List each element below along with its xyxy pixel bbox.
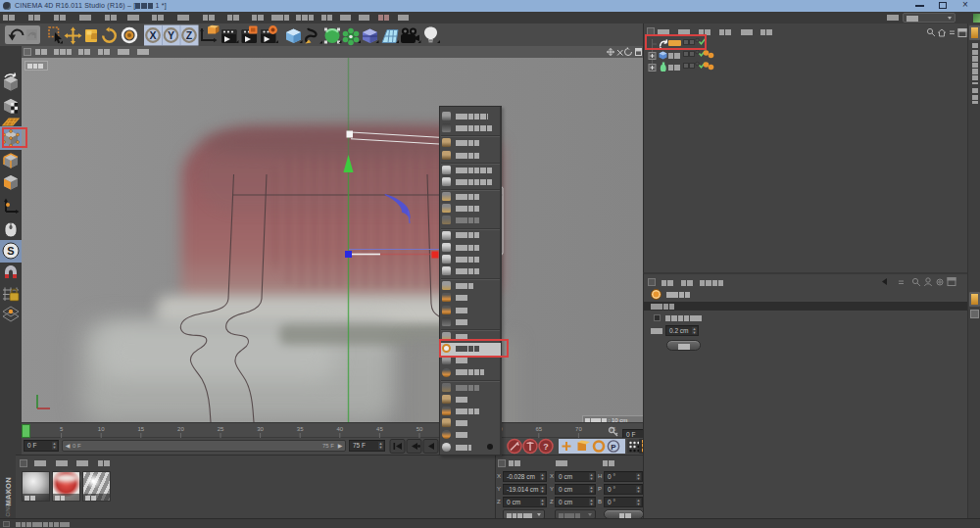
svg-text:Y: Y <box>168 29 174 41</box>
svg-text:S: S <box>7 245 14 257</box>
svg-text:30: 30 <box>257 426 264 432</box>
svg-text:50: 50 <box>416 426 423 432</box>
svg-text:70: 70 <box>575 426 582 432</box>
svg-text:25: 25 <box>218 426 224 432</box>
svg-text:65: 65 <box>535 426 542 432</box>
svg-text:15: 15 <box>137 426 144 432</box>
svg-text:10: 10 <box>98 426 105 432</box>
svg-text:X: X <box>149 29 156 41</box>
svg-text:Z: Z <box>186 29 193 41</box>
svg-text:45: 45 <box>376 426 383 432</box>
svg-text:5: 5 <box>60 426 64 432</box>
svg-text:20: 20 <box>177 426 184 432</box>
svg-text:?: ? <box>543 442 549 452</box>
svg-text:40: 40 <box>336 426 343 432</box>
svg-text:35: 35 <box>297 426 304 432</box>
svg-text:P: P <box>611 443 616 452</box>
